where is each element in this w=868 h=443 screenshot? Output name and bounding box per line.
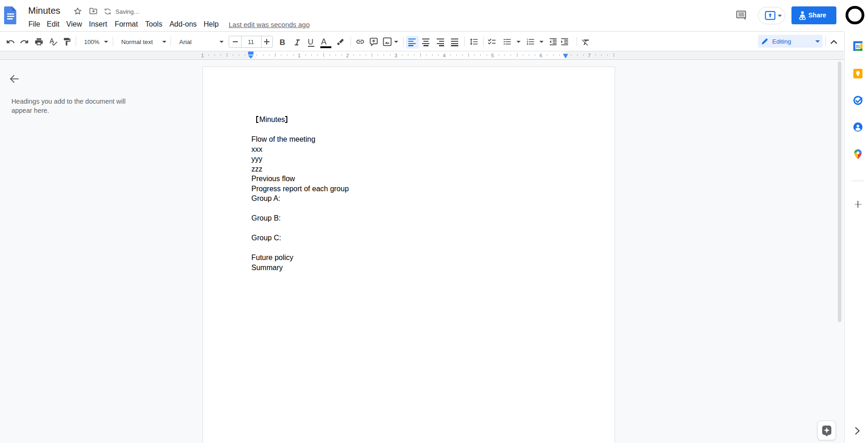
svg-text:31: 31 <box>856 44 860 49</box>
